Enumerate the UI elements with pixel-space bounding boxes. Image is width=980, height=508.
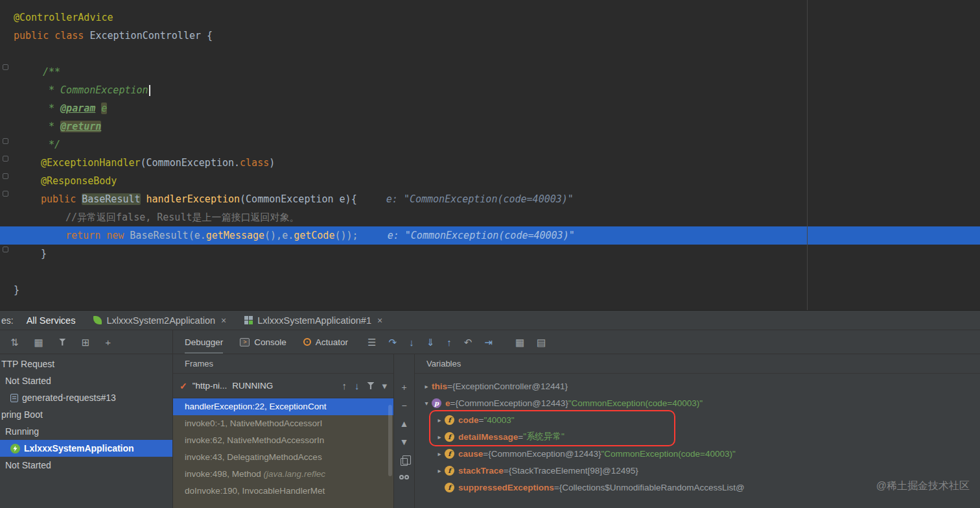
fold-marker[interactable] bbox=[3, 247, 8, 252]
code-line[interactable]: * CommonException bbox=[0, 81, 980, 99]
fold-marker[interactable] bbox=[3, 156, 8, 162]
frame-down-icon[interactable]: ↓ bbox=[355, 381, 360, 391]
chevron-down-icon[interactable]: ▾ bbox=[421, 400, 432, 407]
drop-frame-icon[interactable]: ↶ bbox=[464, 337, 472, 347]
service-item-generated-requests-13[interactable]: generated-requests#13 bbox=[0, 389, 172, 406]
code-line[interactable]: } bbox=[0, 281, 980, 299]
debug-tab-debugger[interactable]: Debugger bbox=[185, 330, 223, 354]
chevron-right-icon[interactable]: ▸ bbox=[434, 467, 445, 474]
open-in-new-icon[interactable]: ⊞ bbox=[82, 337, 90, 347]
stack-frame[interactable]: invoke:43, DelegatingMethodAcces bbox=[173, 449, 393, 466]
stack-frame[interactable]: doInvoke:190, InvocableHandlerMet bbox=[173, 483, 393, 500]
window-menu-icon[interactable]: ☰ bbox=[368, 337, 376, 347]
service-item-running[interactable]: Running bbox=[0, 423, 172, 440]
debug-tab-actuator[interactable]: Actuator bbox=[303, 330, 348, 354]
move-up-icon[interactable]: ▲ bbox=[400, 419, 409, 428]
chevron-right-icon[interactable]: ▸ bbox=[434, 433, 445, 441]
move-down-icon[interactable]: ▼ bbox=[400, 437, 409, 446]
variable-row-cause[interactable]: ▸fcause = {CommonException@12443} "Commo… bbox=[415, 445, 980, 462]
add-watch-icon[interactable]: + bbox=[401, 383, 406, 392]
show-watches-icon[interactable] bbox=[399, 475, 409, 479]
add-service-icon[interactable]: + bbox=[105, 337, 111, 347]
stack-frame[interactable]: invoke0:-1, NativeMethodAccessorI bbox=[173, 415, 393, 432]
variable-row-this[interactable]: ▸this = {ExceptionController@12441} bbox=[415, 378, 980, 394]
stack-frame[interactable] bbox=[173, 500, 393, 508]
code-line[interactable]: * @return bbox=[0, 117, 980, 136]
evaluate-expression-icon[interactable]: ▦ bbox=[515, 337, 524, 347]
code-editor[interactable]: @ControllerAdvicepublic class ExceptionC… bbox=[0, 0, 980, 310]
view-options-icon[interactable]: ⇅ bbox=[10, 337, 19, 347]
step-over-icon[interactable]: ↷ bbox=[389, 337, 397, 347]
tab-close-icon[interactable]: × bbox=[377, 315, 382, 326]
duplicate-icon[interactable] bbox=[401, 458, 408, 466]
variable-row-e[interactable]: ▾pe = {CommonException@12443} "CommonExc… bbox=[415, 394, 980, 411]
debug-panes: TTP RequestNot Startedgenerated-requests… bbox=[0, 354, 980, 508]
step-into-icon[interactable]: ↓ bbox=[409, 337, 414, 347]
code-line[interactable]: * @param e bbox=[0, 99, 980, 117]
code-line[interactable]: @ExceptionHandler(CommonException.class) bbox=[0, 154, 980, 172]
run-tab-lxlxxxsystem2application[interactable]: LxlxxxSystem2Application× bbox=[84, 311, 235, 330]
frames-nav: ↑↓▾ bbox=[342, 381, 387, 391]
service-item-pring-boot[interactable]: pring Boot bbox=[0, 406, 172, 423]
code-line[interactable]: public class ExceptionController { bbox=[0, 27, 980, 45]
fold-marker[interactable] bbox=[3, 191, 8, 197]
equals-sign: = bbox=[518, 432, 523, 442]
frame-up-icon[interactable]: ↑ bbox=[342, 381, 347, 391]
code-token: } bbox=[41, 248, 47, 260]
spring-boot bbox=[10, 444, 20, 454]
field-icon: f bbox=[445, 483, 454, 492]
stack-frame[interactable]: invoke:62, NativeMethodAccessorIn bbox=[173, 432, 393, 449]
run-tab-lxlxxxsystemapplication-1[interactable]: LxlxxxSystemApplication#1× bbox=[235, 311, 391, 330]
run-to-cursor-icon[interactable]: ⇥ bbox=[484, 337, 493, 347]
variable-string: "CommonException(code=40003)" bbox=[601, 449, 736, 459]
code-line[interactable]: /** bbox=[0, 63, 980, 81]
service-item-not-started[interactable]: Not Started bbox=[0, 457, 172, 474]
step-out-icon[interactable]: ↑ bbox=[447, 337, 452, 347]
service-item-lxlxxxsystemapplication[interactable]: LxlxxxSystemApplication bbox=[0, 440, 172, 457]
execution-line[interactable]: return new BaseResult(e.getMessage(),e.g… bbox=[0, 226, 980, 245]
variable-row-stacktrace[interactable]: ▸fstackTrace = {StackTraceElement[98]@12… bbox=[415, 462, 980, 479]
force-step-into-icon[interactable]: ⇓ bbox=[426, 337, 435, 347]
frame-text: invoke:62, NativeMethodAccessorIn bbox=[185, 435, 324, 445]
code-token: handlerException bbox=[146, 193, 240, 205]
remove-watch-icon[interactable]: − bbox=[401, 401, 406, 410]
service-item-not-started[interactable]: Not Started bbox=[0, 372, 172, 389]
code-line[interactable] bbox=[0, 45, 980, 63]
filter-icon[interactable] bbox=[59, 339, 66, 346]
chevron-right-icon[interactable]: ▸ bbox=[434, 417, 445, 424]
tab-close-icon[interactable]: × bbox=[221, 315, 226, 326]
code-token: @param bbox=[60, 103, 95, 114]
service-label: Running bbox=[5, 426, 39, 437]
thread-selector[interactable]: ✓ "http-ni... RUNNING ↑↓▾ bbox=[173, 374, 393, 398]
code-line[interactable]: //异常返回false, Result是上一篇接口返回对象。 bbox=[0, 208, 980, 226]
code-line[interactable] bbox=[0, 263, 980, 281]
fold-marker[interactable] bbox=[3, 138, 8, 144]
services-tree: TTP RequestNot Startedgenerated-requests… bbox=[0, 354, 173, 508]
code-line[interactable]: @ControllerAdvice bbox=[0, 8, 980, 27]
code-token: @return bbox=[60, 121, 101, 132]
thread-dropdown-icon[interactable]: ▾ bbox=[382, 381, 387, 391]
variable-row-detailmessage[interactable]: ▸fdetailMessage = "系统异常" bbox=[415, 428, 980, 445]
tab-label: Actuator bbox=[316, 337, 348, 347]
chevron-right-icon[interactable]: ▸ bbox=[434, 450, 445, 457]
watermark: @稀土掘金技术社区 bbox=[876, 479, 970, 493]
fold-marker[interactable] bbox=[3, 173, 8, 179]
layout-settings-icon[interactable]: ▤ bbox=[537, 337, 546, 347]
service-item-ttp-request[interactable]: TTP Request bbox=[0, 356, 172, 372]
debug-tool-window: es: All ServicesLxlxxxSystem2Application… bbox=[0, 310, 980, 508]
chevron-right-icon[interactable]: ▸ bbox=[421, 383, 432, 390]
code-line[interactable]: } bbox=[0, 245, 980, 263]
frames-scrollbar[interactable] bbox=[388, 405, 392, 476]
run-tab-all-services[interactable]: All Services bbox=[18, 311, 85, 330]
code-line[interactable]: @ResponseBody bbox=[0, 172, 980, 190]
stack-frame[interactable]: invoke:498, Method (java.lang.reflec bbox=[173, 466, 393, 483]
fold-marker[interactable] bbox=[3, 64, 8, 70]
stack-frame[interactable]: handlerException:22, ExceptionCont bbox=[173, 398, 393, 415]
code-line[interactable]: */ bbox=[0, 136, 980, 154]
frames-filter-icon[interactable] bbox=[367, 382, 374, 389]
debug-tab-console[interactable]: >Console bbox=[240, 330, 286, 354]
code-line[interactable]: public BaseResult handlerException(Commo… bbox=[0, 190, 980, 208]
group-by-icon[interactable]: ▦ bbox=[34, 337, 43, 347]
variables-toolbar: +−▲▼ bbox=[394, 354, 415, 508]
variable-row-code[interactable]: ▸fcode = "40003" bbox=[415, 411, 980, 428]
